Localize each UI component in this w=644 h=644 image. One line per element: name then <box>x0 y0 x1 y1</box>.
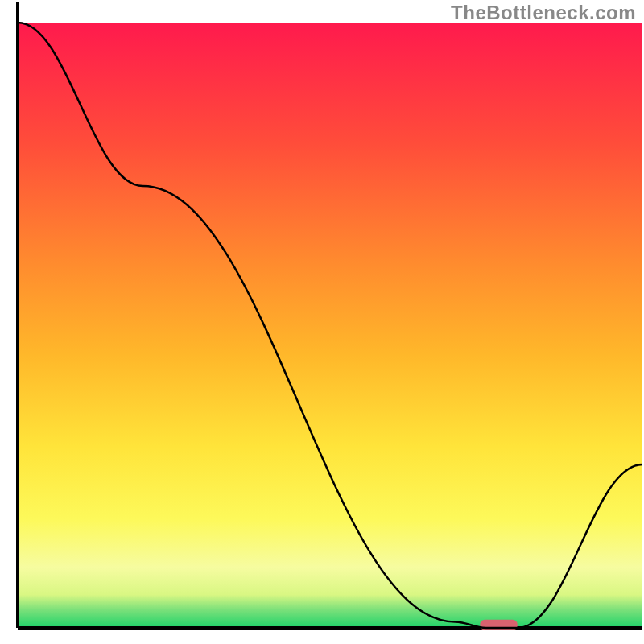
gradient-background <box>18 23 642 628</box>
bottleneck-chart <box>0 0 644 644</box>
watermark-text: TheBottleneck.com <box>451 2 636 24</box>
chart-frame: TheBottleneck.com <box>0 0 644 644</box>
